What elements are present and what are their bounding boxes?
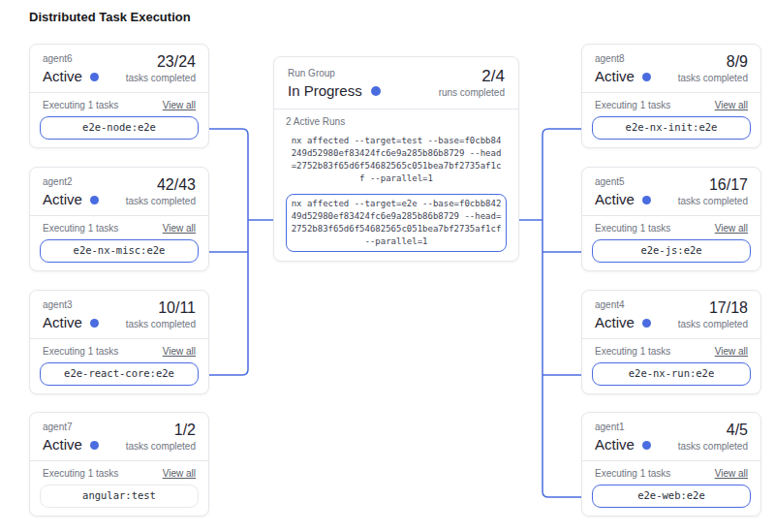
- task-pill[interactable]: e2e-nx-run:e2e: [592, 362, 751, 386]
- task-pill[interactable]: angular:test: [40, 485, 199, 508]
- agent-card-header: agent1 Active 4/5 tasks completed: [582, 413, 760, 461]
- agent-card-agent6: agent6 Active 23/24 tasks completed Exec…: [29, 44, 209, 148]
- agent-card-agent5: agent5 Active 16/17 tasks completed Exec…: [581, 167, 761, 271]
- agent-name: agent5: [595, 175, 651, 188]
- tasks-fraction: 10/11: [126, 298, 196, 318]
- executing-tasks-label: Executing 1 tasks: [43, 222, 118, 235]
- executing-tasks-label: Executing 1 tasks: [595, 99, 670, 111]
- agent-card-header: agent8 Active 8/9 tasks completed: [582, 45, 760, 93]
- agent-card-agent4: agent4 Active 17/18 tasks completed Exec…: [581, 290, 761, 394]
- task-pill[interactable]: e2e-react-core:e2e: [40, 362, 199, 386]
- executing-tasks-label: Executing 1 tasks: [595, 345, 670, 358]
- agent-card-header: agent6 Active 23/24 tasks completed: [30, 45, 208, 93]
- task-pill[interactable]: e2e-nx-init:e2e: [592, 116, 751, 140]
- tasks-fraction: 16/17: [678, 175, 748, 195]
- agent-name: agent3: [43, 298, 99, 311]
- agent-status-label: Active: [43, 190, 82, 209]
- agent-card-header: agent5 Active 16/17 tasks completed: [582, 168, 760, 216]
- executing-tasks-label: Executing 1 tasks: [43, 345, 118, 358]
- agent-status-label: Active: [595, 313, 635, 332]
- agent-card-body: Executing 1 tasks View all e2e-nx-run:e2…: [582, 339, 760, 386]
- run-group-status-label: In Progress: [288, 81, 362, 101]
- view-all-link[interactable]: View all: [715, 223, 748, 234]
- agent-card-body: Executing 1 tasks View all e2e-nx-init:e…: [582, 93, 760, 140]
- page-title: Distributed Task Execution: [29, 10, 191, 24]
- agent-card-agent3: agent3 Active 10/11 tasks completed Exec…: [29, 290, 209, 394]
- active-status-dot-icon: [90, 73, 99, 81]
- task-pill[interactable]: e2e-web:e2e: [592, 485, 751, 508]
- tasks-completed-caption: tasks completed: [678, 440, 748, 453]
- active-status-dot-icon: [642, 196, 651, 204]
- agent-status-label: Active: [595, 67, 635, 86]
- agent-card-header: agent7 Active 1/2 tasks completed: [30, 413, 208, 461]
- active-status-dot-icon: [90, 196, 99, 204]
- agent-card-body: Executing 1 tasks View all e2e-react-cor…: [30, 339, 208, 386]
- active-status-dot-icon: [90, 441, 99, 450]
- run-group-header: Run Group In Progress 2/4 runs completed: [274, 57, 518, 110]
- tasks-completed-caption: tasks completed: [678, 195, 748, 207]
- view-all-link[interactable]: View all: [163, 100, 196, 110]
- agent-card-agent7: agent7 Active 1/2 tasks completed Execut…: [29, 412, 209, 516]
- agent-name: agent6: [43, 52, 99, 65]
- tasks-completed-caption: tasks completed: [678, 318, 748, 330]
- agent-card-header: agent4 Active 17/18 tasks completed: [582, 291, 760, 339]
- task-pill[interactable]: e2e-js:e2e: [592, 239, 751, 263]
- tasks-completed-caption: tasks completed: [126, 195, 196, 207]
- agent-card-body: Executing 1 tasks View all e2e-js:e2e: [582, 216, 760, 263]
- agent-name: agent7: [43, 421, 99, 433]
- agent-card-header: agent2 Active 42/43 tasks completed: [30, 168, 208, 216]
- active-runs-label: 2 Active Runs: [286, 115, 507, 128]
- executing-tasks-label: Executing 1 tasks: [595, 222, 670, 235]
- agent-card-agent8: agent8 Active 8/9 tasks completed Execut…: [581, 44, 761, 148]
- agent-card-agent2: agent2 Active 42/43 tasks completed Exec…: [29, 167, 209, 271]
- active-status-dot-icon: [642, 319, 651, 328]
- agent-card-body: Executing 1 tasks View all e2e-nx-misc:e…: [30, 216, 208, 263]
- tasks-fraction: 1/2: [126, 421, 196, 440]
- agent-card-header: agent3 Active 10/11 tasks completed: [30, 291, 208, 339]
- active-status-dot-icon: [90, 319, 99, 328]
- agent-status-label: Active: [595, 435, 635, 454]
- agent-name: agent2: [43, 175, 99, 188]
- agent-status-label: Active: [43, 313, 82, 332]
- tasks-completed-caption: tasks completed: [678, 72, 748, 84]
- view-all-link[interactable]: View all: [715, 100, 748, 110]
- agent-name: agent4: [595, 298, 651, 311]
- executing-tasks-label: Executing 1 tasks: [43, 467, 118, 480]
- task-pill[interactable]: e2e-nx-misc:e2e: [40, 239, 199, 263]
- in-progress-status-dot-icon: [371, 86, 381, 96]
- tasks-completed-caption: tasks completed: [126, 318, 196, 330]
- active-status-dot-icon: [642, 441, 651, 450]
- agent-status-label: Active: [595, 190, 635, 209]
- agent-status-label: Active: [43, 435, 82, 454]
- executing-tasks-label: Executing 1 tasks: [43, 99, 118, 111]
- tasks-fraction: 42/43: [126, 175, 196, 195]
- agent-name: agent8: [595, 52, 651, 65]
- runs-completed-caption: runs completed: [439, 86, 505, 99]
- runs-fraction: 2/4: [439, 67, 505, 86]
- view-all-link[interactable]: View all: [715, 346, 748, 357]
- agent-card-body: Executing 1 tasks View all angular:test: [30, 461, 208, 508]
- run-command-active[interactable]: nx affected --target=e2e --base=f0cbb842…: [286, 194, 507, 252]
- agent-card-agent1: agent1 Active 4/5 tasks completed Execut…: [581, 412, 761, 516]
- active-status-dot-icon: [642, 73, 651, 81]
- view-all-link[interactable]: View all: [163, 223, 196, 234]
- agent-status-label: Active: [43, 67, 82, 86]
- view-all-link[interactable]: View all: [163, 468, 196, 479]
- run-command: nx affected --target=test --base=f0cbb84…: [286, 132, 507, 188]
- run-group-label: Run Group: [288, 67, 381, 79]
- view-all-link[interactable]: View all: [715, 468, 748, 479]
- executing-tasks-label: Executing 1 tasks: [595, 467, 670, 480]
- tasks-fraction: 23/24: [126, 52, 196, 72]
- tasks-fraction: 17/18: [678, 298, 748, 318]
- view-all-link[interactable]: View all: [163, 346, 196, 357]
- agent-name: agent1: [595, 421, 651, 433]
- run-group-card: Run Group In Progress 2/4 runs completed…: [273, 56, 519, 262]
- task-pill[interactable]: e2e-node:e2e: [40, 116, 199, 140]
- tasks-completed-caption: tasks completed: [126, 72, 196, 84]
- run-group-body: 2 Active Runs nx affected --target=test …: [274, 110, 518, 252]
- tasks-fraction: 4/5: [678, 421, 748, 440]
- distributed-task-execution-panel: Distributed Task Execution agent6 Active: [0, 0, 775, 532]
- agent-card-body: Executing 1 tasks View all e2e-node:e2e: [30, 93, 208, 140]
- agent-card-body: Executing 1 tasks View all e2e-web:e2e: [582, 461, 760, 508]
- tasks-fraction: 8/9: [678, 52, 748, 72]
